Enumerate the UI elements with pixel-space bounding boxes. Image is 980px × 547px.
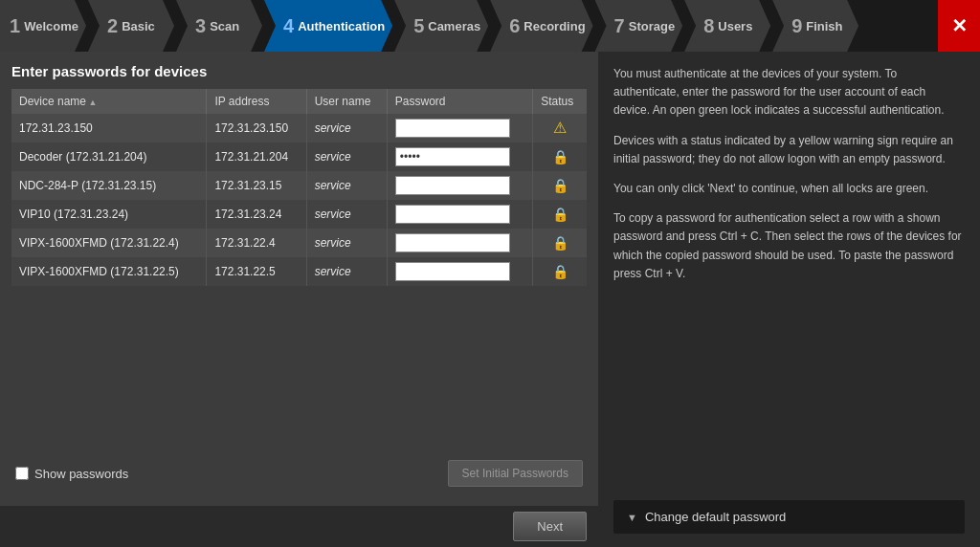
step-num-5: 5 bbox=[413, 15, 424, 37]
cell-status: ⚠ bbox=[533, 114, 587, 142]
nav-users[interactable]: 8 Users bbox=[684, 0, 770, 52]
nav-cameras-label: Cameras bbox=[428, 19, 480, 33]
cell-user-name: service bbox=[306, 200, 387, 229]
table-row[interactable]: NDC-284-P (172.31.23.15)172.31.23.15serv… bbox=[11, 171, 587, 200]
cell-status: 🔒 bbox=[533, 229, 587, 257]
nav-cameras[interactable]: 5 Cameras bbox=[394, 0, 488, 52]
nav-recording-label: Recording bbox=[523, 19, 585, 33]
cell-device-name: NDC-284-P (172.31.23.15) bbox=[11, 171, 207, 200]
cell-password[interactable] bbox=[387, 114, 532, 142]
table-row[interactable]: 172.31.23.150172.31.23.150service⚠ bbox=[11, 114, 587, 142]
lock-icon: 🔒 bbox=[552, 178, 568, 193]
cell-password[interactable] bbox=[387, 229, 532, 257]
cell-status: 🔒 bbox=[533, 257, 587, 286]
bottom-bar: Show passwords Set Initial Passwords bbox=[11, 452, 587, 494]
cell-user-name: service bbox=[306, 171, 387, 200]
next-button[interactable]: Next bbox=[513, 512, 587, 541]
warning-icon: ⚠ bbox=[553, 120, 567, 136]
password-input[interactable] bbox=[395, 147, 510, 166]
cell-status: 🔒 bbox=[533, 200, 587, 229]
step-num-7: 7 bbox=[614, 15, 625, 37]
step-num-8: 8 bbox=[703, 15, 714, 37]
cell-device-name: VIP10 (172.31.23.24) bbox=[11, 200, 207, 229]
device-table: Device name IP address User name Passwor… bbox=[11, 89, 587, 286]
password-input[interactable] bbox=[395, 205, 510, 224]
status-icon: 🔒 bbox=[551, 206, 568, 223]
nav-authentication[interactable]: 4 Authentication bbox=[264, 0, 392, 52]
password-input[interactable] bbox=[395, 176, 510, 195]
main-content: Enter passwords for devices Device name … bbox=[0, 52, 980, 547]
help-text-1: You must authenticate at the devices of … bbox=[613, 65, 965, 120]
nav-recording[interactable]: 6 Recording bbox=[490, 0, 592, 52]
step-num-9: 9 bbox=[791, 15, 802, 37]
nav-basic[interactable]: 2 Basic bbox=[88, 0, 174, 52]
help-text-4: To copy a password for authentication se… bbox=[613, 209, 965, 283]
table-row[interactable]: Decoder (172.31.21.204)172.31.21.204serv… bbox=[11, 142, 587, 171]
password-input[interactable] bbox=[395, 233, 510, 252]
nav-basic-label: Basic bbox=[122, 19, 155, 33]
change-password-bar[interactable]: ▼ Change default password bbox=[613, 500, 965, 534]
step-num-3: 3 bbox=[195, 15, 206, 37]
cell-password[interactable] bbox=[387, 142, 532, 171]
cell-ip-address: 172.31.22.4 bbox=[207, 229, 306, 257]
cell-password[interactable] bbox=[387, 200, 532, 229]
status-icon: 🔒 bbox=[551, 263, 568, 280]
close-button[interactable]: ✕ bbox=[938, 0, 980, 52]
lock-icon: 🔒 bbox=[552, 235, 568, 251]
col-device-name[interactable]: Device name bbox=[11, 89, 207, 114]
nav-scan[interactable]: 3 Scan bbox=[176, 0, 262, 52]
cell-user-name: service bbox=[306, 142, 387, 171]
set-passwords-button[interactable]: Set Initial Passwords bbox=[448, 460, 583, 487]
help-text-3: You can only click 'Next' to continue, w… bbox=[613, 180, 965, 198]
top-navigation: 1 Welcome 2 Basic 3 Scan 4 Authenticatio… bbox=[0, 0, 980, 52]
nav-finish-label: Finish bbox=[806, 19, 842, 33]
show-passwords-text: Show passwords bbox=[34, 467, 128, 481]
lock-icon: 🔒 bbox=[552, 149, 568, 164]
cell-status: 🔒 bbox=[533, 142, 587, 171]
table-header: Device name IP address User name Passwor… bbox=[11, 89, 587, 114]
cell-ip-address: 172.31.22.5 bbox=[207, 257, 306, 286]
cell-password[interactable] bbox=[387, 257, 532, 286]
step-num-1: 1 bbox=[10, 15, 20, 37]
col-status: Status bbox=[533, 89, 587, 114]
status-icon: 🔒 bbox=[551, 148, 568, 165]
nav-welcome-label: Welcome bbox=[24, 19, 78, 33]
step-num-4: 4 bbox=[283, 15, 294, 37]
table-body: 172.31.23.150172.31.23.150service⚠Decode… bbox=[11, 114, 587, 286]
cell-device-name: 172.31.23.150 bbox=[11, 114, 207, 142]
panel-title: Enter passwords for devices bbox=[11, 63, 587, 79]
password-input[interactable] bbox=[395, 119, 510, 138]
nav-authentication-label: Authentication bbox=[298, 19, 385, 33]
col-user-name[interactable]: User name bbox=[306, 89, 387, 114]
cell-password[interactable] bbox=[387, 171, 532, 200]
cell-device-name: VIPX-1600XFMD (172.31.22.5) bbox=[11, 257, 207, 286]
nav-storage[interactable]: 7 Storage bbox=[595, 0, 683, 52]
table-row[interactable]: VIPX-1600XFMD (172.31.22.5)172.31.22.5se… bbox=[11, 257, 587, 286]
nav-scan-label: Scan bbox=[210, 19, 239, 33]
nav-welcome[interactable]: 1 Welcome bbox=[0, 0, 86, 52]
nav-finish[interactable]: 9 Finish bbox=[772, 0, 858, 52]
help-text-2: Devices with a status indicated by a yel… bbox=[613, 132, 965, 168]
show-passwords-label[interactable]: Show passwords bbox=[15, 467, 128, 481]
left-panel: Enter passwords for devices Device name … bbox=[0, 52, 598, 506]
cell-device-name: VIPX-1600XFMD (172.31.22.4) bbox=[11, 229, 207, 257]
col-ip-address[interactable]: IP address bbox=[207, 89, 306, 114]
step-num-2: 2 bbox=[107, 15, 118, 37]
chevron-down-icon: ▼ bbox=[627, 512, 637, 523]
status-icon: ⚠ bbox=[551, 120, 568, 137]
table-row[interactable]: VIPX-1600XFMD (172.31.22.4)172.31.22.4se… bbox=[11, 229, 587, 257]
nav-users-label: Users bbox=[718, 19, 752, 33]
table-row[interactable]: VIP10 (172.31.23.24)172.31.23.24service🔒 bbox=[11, 200, 587, 229]
show-passwords-checkbox[interactable] bbox=[15, 467, 29, 480]
cell-user-name: service bbox=[306, 229, 387, 257]
left-panel-wrapper: Enter passwords for devices Device name … bbox=[0, 52, 598, 547]
cell-ip-address: 172.31.23.24 bbox=[207, 200, 306, 229]
cell-device-name: Decoder (172.31.21.204) bbox=[11, 142, 207, 171]
password-input[interactable] bbox=[395, 262, 510, 281]
nav-storage-label: Storage bbox=[629, 19, 675, 33]
step-num-6: 6 bbox=[509, 15, 520, 37]
lock-icon: 🔒 bbox=[552, 207, 568, 222]
close-icon: ✕ bbox=[951, 14, 968, 37]
next-bar: Next bbox=[0, 506, 598, 547]
col-password[interactable]: Password bbox=[387, 89, 532, 114]
